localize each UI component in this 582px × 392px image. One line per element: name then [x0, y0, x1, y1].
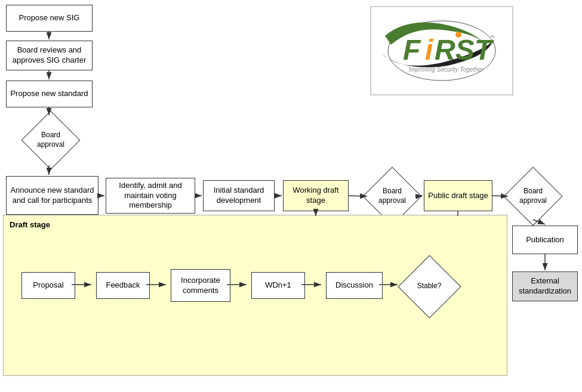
working-draft-label: Working draft stage [287, 186, 344, 206]
announce-label: Announce new standard and call for parti… [10, 186, 94, 206]
svg-text:i: i [425, 34, 434, 66]
svg-text:™: ™ [489, 35, 494, 40]
announce-box: Announce new standard and call for parti… [6, 176, 98, 215]
svg-text:F: F [403, 34, 421, 66]
draft-stage-container: Draft stage Proposal Feedback Incorporat… [3, 215, 507, 376]
stable-label: Stable? [417, 282, 442, 291]
feedback-box: Feedback [96, 272, 150, 299]
proposal-label: Proposal [33, 280, 63, 291]
board-approval-diamond-left: Board approval [27, 116, 75, 164]
propose-sig-box: Propose new SIG [6, 5, 93, 32]
identify-box: Identify, admit and maintain voting memb… [106, 178, 195, 214]
incorporate-box: Incorporate comments [171, 269, 230, 302]
identify-label: Identify, admit and maintain voting memb… [110, 181, 191, 211]
discussion-label: Discussion [335, 280, 373, 291]
publication-label: Publication [526, 235, 564, 245]
board-approval-diamond-middle: Board approval [368, 173, 416, 220]
initial-dev-box: Initial standard development [203, 180, 275, 211]
external-std-label: External standardization [516, 276, 574, 297]
stable-diamond: Stable? [402, 263, 456, 310]
publication-box: Publication [512, 226, 578, 254]
initial-dev-label: Initial standard development [207, 186, 270, 206]
board-approval-middle-label: Board approval [368, 187, 416, 205]
board-approval-right-label: Board approval [509, 187, 557, 205]
propose-sig-label: Propose new SIG [19, 13, 80, 23]
board-approval-left-label: Board approval [27, 131, 75, 149]
propose-standard-box: Propose new standard [6, 81, 93, 107]
public-draft-box: Public draft stage [424, 180, 492, 211]
board-reviews-box: Board reviews and approves SIG charter [6, 41, 93, 70]
proposal-box: Proposal [21, 272, 75, 299]
svg-text:Improving Security Together: Improving Security Together [409, 66, 484, 73]
incorporate-label: Incorporate comments [175, 276, 226, 296]
board-reviews-label: Board reviews and approves SIG charter [10, 45, 88, 66]
feedback-label: Feedback [106, 280, 140, 291]
board-approval-diamond-right: Board approval [509, 173, 557, 220]
working-draft-box: Working draft stage [283, 180, 349, 211]
first-logo: F i RST Improving Security Together ™ [370, 6, 513, 95]
draft-stage-title: Draft stage [10, 220, 50, 229]
svg-text:RST: RST [435, 34, 494, 66]
propose-standard-label: Propose new standard [10, 89, 88, 99]
discussion-box: Discussion [326, 272, 383, 299]
external-std-box: External standardization [512, 271, 578, 301]
wdn-label: WDn+1 [265, 280, 291, 291]
wdn-box: WDn+1 [251, 272, 305, 299]
public-draft-label: Public draft stage [428, 191, 488, 201]
